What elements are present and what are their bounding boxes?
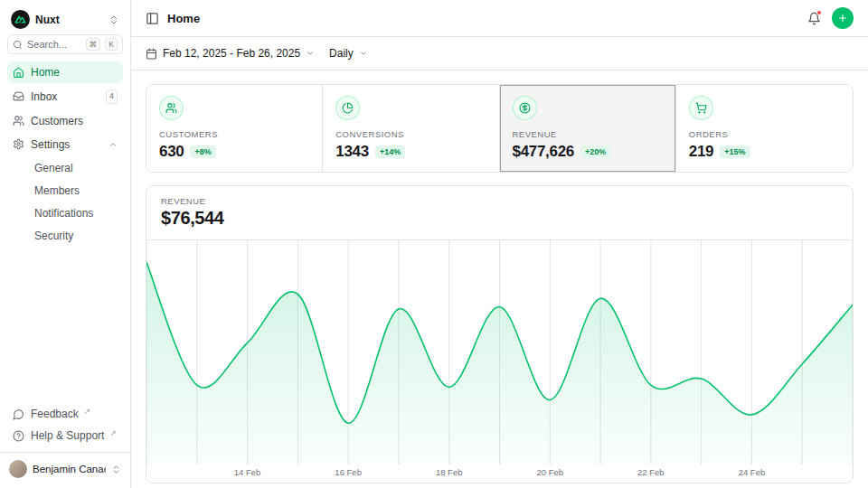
chevron-down-icon bbox=[306, 49, 315, 58]
user-name: Benjamin Canac bbox=[33, 464, 106, 474]
x-axis-label: 14 Feb bbox=[234, 467, 261, 477]
x-axis-label: 22 Feb bbox=[637, 467, 665, 477]
sidebar-item-label: Inbox bbox=[31, 90, 57, 103]
stat-label: CONVERSIONS bbox=[335, 129, 486, 139]
gear-icon bbox=[13, 138, 24, 150]
sidebar-item-label: Customers bbox=[31, 115, 83, 127]
users-icon bbox=[159, 96, 184, 120]
notification-dot bbox=[816, 10, 822, 15]
date-range-label: Feb 12, 2025 - Feb 26, 2025 bbox=[163, 47, 300, 60]
stats-row: CUSTOMERS 630 +8% CONVERSIONS 1343 +14% bbox=[146, 84, 854, 173]
sidebar-subitem-security[interactable]: Security bbox=[7, 225, 123, 247]
search-input[interactable] bbox=[27, 39, 81, 50]
date-range-picker[interactable]: Feb 12, 2025 - Feb 26, 2025 bbox=[146, 47, 315, 60]
stat-value: $477,626 bbox=[513, 143, 575, 161]
granularity-select[interactable]: Daily bbox=[329, 47, 368, 60]
revenue-chart-card: REVENUE $76,544 14 Feb16 Feb18 Feb20 Feb… bbox=[146, 185, 854, 483]
external-link-icon: ↗ bbox=[84, 407, 91, 416]
sidebar-item-label: Help & Support bbox=[31, 429, 104, 442]
sidebar-item-customers[interactable]: Customers bbox=[7, 110, 123, 132]
workspace-name: Nuxt bbox=[35, 14, 103, 26]
chart-card-header: REVENUE $76,544 bbox=[146, 186, 853, 240]
sidebar-item-label: Feedback bbox=[31, 408, 79, 420]
filters-toolbar: Feb 12, 2025 - Feb 26, 2025 Daily bbox=[131, 37, 868, 70]
stat-label: ORDERS bbox=[689, 129, 840, 139]
stat-delta-badge: +15% bbox=[720, 145, 750, 158]
home-icon bbox=[13, 67, 24, 79]
sidebar-subitem-members[interactable]: Members bbox=[7, 180, 123, 202]
help-circle-icon bbox=[13, 430, 24, 442]
shopping-cart-icon bbox=[689, 96, 713, 120]
x-axis-label: 20 Feb bbox=[536, 467, 563, 477]
revenue-area-chart[interactable] bbox=[146, 240, 853, 465]
main-panel: Home Feb 12, 2025 - Feb 26, 2025 Daily bbox=[131, 0, 868, 488]
sidebar-subitem-general[interactable]: General bbox=[7, 157, 123, 179]
stat-card-conversions[interactable]: CONVERSIONS 1343 +14% bbox=[323, 85, 499, 172]
nuxt-logo-icon bbox=[11, 10, 30, 29]
stat-value: 630 bbox=[159, 143, 184, 161]
content-area: CUSTOMERS 630 +8% CONVERSIONS 1343 +14% bbox=[131, 70, 868, 488]
users-icon bbox=[13, 115, 24, 127]
chevron-up-icon bbox=[108, 140, 118, 149]
avatar bbox=[9, 460, 27, 478]
sidebar-item-inbox[interactable]: Inbox 4 bbox=[7, 85, 123, 108]
search-icon bbox=[13, 40, 23, 50]
stat-label: REVENUE bbox=[513, 129, 663, 139]
kbd-cmd: ⌘ bbox=[86, 38, 101, 51]
external-link-icon: ↗ bbox=[109, 428, 117, 437]
stat-card-customers[interactable]: CUSTOMERS 630 +8% bbox=[146, 85, 323, 172]
chevron-down-icon bbox=[359, 49, 368, 58]
sidebar-item-help-support[interactable]: Help & Support↗ bbox=[7, 425, 123, 446]
x-axis-label: 16 Feb bbox=[335, 467, 362, 477]
search-box: ⌘ K bbox=[7, 34, 123, 54]
calendar-icon bbox=[146, 48, 157, 60]
stat-value: 1343 bbox=[335, 143, 369, 161]
message-bubble-icon bbox=[13, 408, 24, 420]
inbox-count-badge: 4 bbox=[106, 89, 118, 104]
stat-card-orders[interactable]: ORDERS 219 +15% bbox=[676, 85, 853, 172]
sidebar-subitem-notifications[interactable]: Notifications bbox=[7, 202, 123, 224]
notifications-bell-icon[interactable] bbox=[807, 12, 821, 25]
chart-card-label: REVENUE bbox=[161, 196, 838, 206]
stat-card-revenue[interactable]: REVENUE $477,626 +20% bbox=[500, 85, 676, 172]
stat-value: 219 bbox=[689, 143, 713, 161]
sidebar-item-label: Settings bbox=[31, 138, 70, 151]
sidebar-toggle-icon[interactable] bbox=[146, 12, 159, 25]
chart-pie-icon bbox=[335, 96, 360, 120]
workspace-switcher[interactable]: Nuxt bbox=[7, 7, 123, 34]
user-menu[interactable]: Benjamin Canac bbox=[0, 452, 130, 481]
sidebar-item-feedback[interactable]: Feedback↗ bbox=[7, 403, 123, 425]
stat-delta-badge: +20% bbox=[580, 145, 610, 158]
x-axis-label: 24 Feb bbox=[739, 467, 766, 477]
sidebar-item-label: Home bbox=[31, 66, 60, 79]
add-button[interactable] bbox=[832, 7, 854, 29]
inbox-icon bbox=[13, 90, 24, 102]
page-header: Home bbox=[131, 0, 868, 37]
stat-delta-badge: +8% bbox=[190, 145, 215, 158]
sidebar: Nuxt ⌘ K Home Inbox 4 Customers bbox=[0, 0, 131, 488]
page-title: Home bbox=[167, 12, 200, 25]
chart-card-value: $76,544 bbox=[161, 208, 838, 229]
stat-delta-badge: +14% bbox=[375, 145, 405, 158]
dollar-circle-icon bbox=[513, 96, 537, 120]
sidebar-item-home[interactable]: Home bbox=[7, 61, 123, 83]
x-axis-label: 18 Feb bbox=[436, 467, 463, 477]
chevrons-up-down-icon bbox=[108, 14, 119, 25]
chevrons-up-down-icon bbox=[111, 465, 121, 474]
x-axis-labels: 14 Feb16 Feb18 Feb20 Feb22 Feb24 Feb bbox=[146, 465, 853, 483]
chart-canvas[interactable] bbox=[146, 240, 853, 465]
stat-label: CUSTOMERS bbox=[159, 129, 309, 139]
sidebar-item-settings[interactable]: Settings bbox=[7, 134, 123, 155]
granularity-label: Daily bbox=[329, 47, 354, 60]
kbd-k: K bbox=[105, 38, 118, 51]
